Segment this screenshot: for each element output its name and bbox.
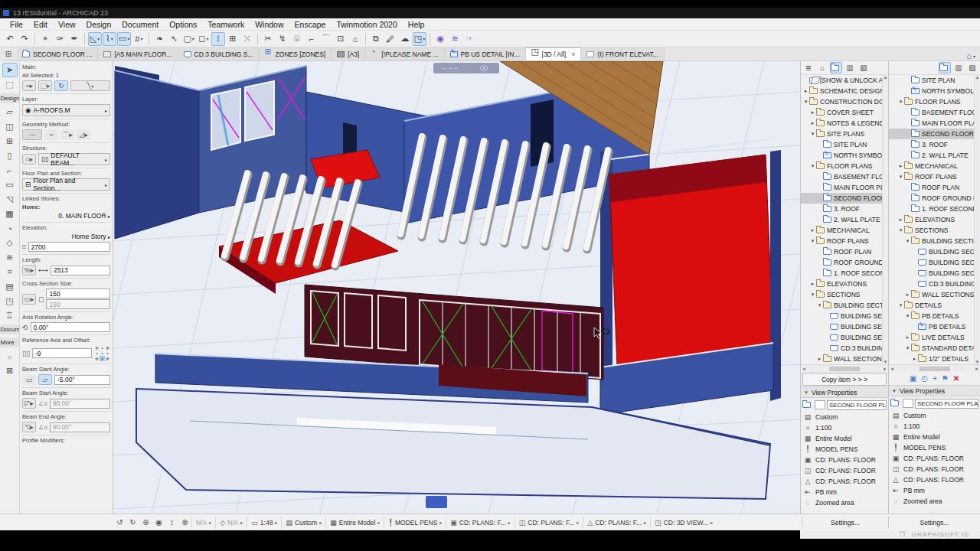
tab-zones-zones[interactable]: ZONES [ZONES] — [260, 47, 332, 60]
date-grid-icon[interactable]: ⊞ — [226, 32, 240, 46]
start-angle-input[interactable]: 90.00° — [50, 399, 110, 409]
view-property-cd-plans-floor[interactable]: ◫CD: PLANS: FLOOR — [889, 464, 980, 474]
view-properties-header[interactable]: ▼View Properties — [889, 385, 980, 396]
view-map-icon[interactable] — [939, 62, 951, 73]
tree-item-building-secti[interactable]: BUILDING SECTI — [801, 332, 888, 343]
tree-item-roof-ground-f[interactable]: ROOF GROUND F — [801, 257, 888, 268]
pen-icon[interactable]: ✒ — [67, 32, 81, 46]
inject-parameters-icon[interactable]: ✑ — [53, 32, 67, 46]
home-story-ref[interactable]: Home Story ▸ — [22, 233, 110, 240]
geometry-chained-icon[interactable]: ⌁ — [44, 129, 58, 140]
3d-style-select[interactable]: ◳CD: 3D VIEW...▸ — [650, 517, 717, 529]
scale-select[interactable]: ▭1:48▸ — [247, 517, 281, 529]
view-property-pb-mm[interactable]: ⇤PB mm — [801, 487, 888, 497]
tree-item-north-symbol[interactable]: NORTH SYMBOL — [801, 150, 888, 161]
tree-item-pb-details[interactable]: PB DETAILS — [889, 321, 980, 332]
renovation-select[interactable]: △CD: PLANS: F...▸ — [583, 517, 650, 529]
view-property-1-100[interactable]: ⌗1:100 — [889, 421, 980, 432]
lasso-icon[interactable]: ↯ — [276, 32, 289, 46]
publisher-icon[interactable]: ▧ — [966, 62, 978, 73]
tree-item-roof-plan[interactable]: ROOF PLAN — [889, 182, 980, 193]
cross-width-input[interactable]: 150 — [46, 289, 110, 298]
settings-button-left[interactable]: Settings... — [802, 517, 888, 529]
collapse-icon[interactable]: ▾ — [816, 302, 823, 308]
collapse-icon[interactable]: ▾ — [809, 292, 816, 298]
roof-tool[interactable]: ◹ — [2, 192, 18, 207]
tree-item-second-floor-f[interactable]: SECOND FLOOR F — [889, 129, 980, 139]
geometry-inclined-icon[interactable]: ◿▸ — [77, 129, 90, 140]
collapse-icon[interactable]: ▾ — [809, 163, 816, 169]
expand-icon[interactable]: ▸ — [904, 334, 911, 341]
navigator-selector-icon[interactable]: ≣ — [802, 62, 815, 73]
override-select[interactable]: ◫CD: PLANS: F...▸ — [514, 517, 583, 529]
expand-icon[interactable]: ▸ — [809, 281, 816, 287]
tree-item-details[interactable]: ▾DETAILS — [889, 300, 980, 311]
tab-home-button[interactable]: ⌂▾ — [962, 51, 980, 60]
tab-overview-icon[interactable]: ⊞ — [0, 47, 17, 60]
tree-item-construction-doc[interactable]: ▾CONSTRUCTION DOC — [801, 96, 888, 107]
wall-tool[interactable]: ▱ — [2, 105, 18, 119]
undo-icon[interactable]: ↶ — [3, 32, 17, 46]
eye-icon[interactable]: ◉ — [433, 32, 447, 46]
home-story-selector[interactable]: 0. MAIN FLOOR ▸ — [22, 212, 110, 220]
morph-tool[interactable]: ◇ — [2, 236, 18, 250]
tree-item-mechanical[interactable]: ▸MECHANICAL — [889, 161, 980, 171]
object-tool[interactable]: ♖ — [2, 308, 18, 323]
label-icon[interactable]: ▭▾ — [117, 32, 131, 46]
tree-item-building-secti[interactable]: BUILDING SECTI — [889, 257, 980, 268]
collapse-icon[interactable]: ▾ — [809, 131, 816, 137]
floating-view-toolbar[interactable]: ‒ ‒ ‒ — [433, 63, 499, 73]
rotate-icon[interactable]: ↻ — [54, 80, 68, 91]
column-tool[interactable]: ▯ — [2, 148, 18, 163]
tree-item-basement-floo[interactable]: BASEMENT FLOO — [801, 171, 888, 182]
redo-icon[interactable]: ↷ — [18, 32, 31, 46]
view-property-cd-plans-floor[interactable]: △CD: PLANS: FLOOR — [801, 476, 888, 487]
tree-item-sections[interactable]: ▾SECTIONS — [889, 225, 980, 236]
home-icon[interactable]: ⌂ — [348, 32, 362, 46]
axis-rotation-input[interactable]: 0.00° — [31, 322, 110, 332]
window-tool[interactable]: ⊞ — [2, 134, 18, 148]
new-view-icon[interactable]: ⚑ — [942, 374, 949, 383]
snap-guides-icon[interactable]: ⌇▾ — [103, 32, 116, 46]
beam-settings-icon[interactable]: ⌁▸ — [22, 80, 36, 91]
expand-icon[interactable]: ▸ — [897, 217, 904, 223]
menu-twinmotion-2020[interactable]: Twinmotion 2020 — [331, 20, 402, 29]
tab-a5-main-floor[interactable]: [A5 MAIN FLOOR... — [98, 47, 178, 60]
element-preview[interactable]: ╲ ▾ — [70, 80, 110, 91]
offset-input[interactable]: -9 — [32, 348, 92, 358]
tree-item-2-wall-plate[interactable]: 2. WALL PLATE — [801, 214, 888, 225]
tree-item-notes-legends[interactable]: ▸NOTES & LEGENDS — [801, 118, 888, 129]
marquee-options-icon[interactable]: ⬚▸ — [38, 80, 52, 91]
pickup-parameters-icon[interactable]: ⌖ — [38, 32, 52, 46]
saved-views-icon[interactable]: ◴ — [921, 374, 928, 383]
tree-item-building-sectio[interactable]: ▾BUILDING SECTIO — [801, 300, 888, 311]
tree-item-sections[interactable]: ▾SECTIONS — [801, 289, 888, 300]
walk-icon[interactable]: ⟟ — [211, 32, 225, 46]
tree-item-2-wall-plate[interactable]: 2. WALL PLATE — [889, 150, 980, 161]
tab-cd-3-building-s[interactable]: CD:3 BUILDING S... — [178, 47, 260, 60]
tree-item-site-plan[interactable]: SITE PLAN — [889, 75, 980, 86]
feather-icon[interactable]: ➴ — [167, 32, 181, 46]
view-property-entire-model[interactable]: ▦Entire Model — [801, 433, 888, 444]
marquee-tool[interactable]: ⬚ — [2, 77, 18, 92]
brush-icon[interactable]: 🖉 — [384, 32, 397, 46]
menu-file[interactable]: File — [5, 20, 28, 29]
view-name-field[interactable]: SECOND FLOOR PLAN — [827, 400, 887, 410]
tree-item-pb-details[interactable]: ▾PB DETAILS — [889, 311, 980, 321]
marquee-mode-icon[interactable]: ▢▾ — [181, 32, 195, 46]
3d-viewport[interactable]: ‒ ‒ ‒ SAN — [113, 61, 800, 514]
slant-horizontal-icon[interactable]: ▭ — [22, 374, 36, 385]
expand-icon[interactable]: ▸ — [911, 356, 918, 362]
tree-item-elevations[interactable]: ▸ELEVATIONS — [801, 279, 888, 289]
length-percent-icon[interactable]: %▸ — [22, 265, 36, 276]
start-cut-icon[interactable]: ◸▸ — [22, 398, 36, 409]
view-property-entire-model[interactable]: ▦Entire Model — [889, 432, 980, 442]
anchor-grid[interactable]: ✛•✛•••✛•✛ — [94, 345, 110, 361]
tree-item-cd-3-building[interactable]: CD:3 BUILDING — [801, 343, 888, 354]
expand-icon[interactable]: ▸ — [809, 109, 816, 116]
elevation-input[interactable]: 2700 — [28, 242, 110, 252]
cross-shape-icon[interactable]: ▭▸ — [22, 294, 36, 305]
view-property-model-pens[interactable]: ╿MODEL PENS — [889, 442, 980, 453]
tree-item-floor-plans[interactable]: ▾FLOOR PLANS — [889, 96, 980, 107]
tree-item-roof-plan[interactable]: ROOF PLAN — [801, 246, 888, 257]
